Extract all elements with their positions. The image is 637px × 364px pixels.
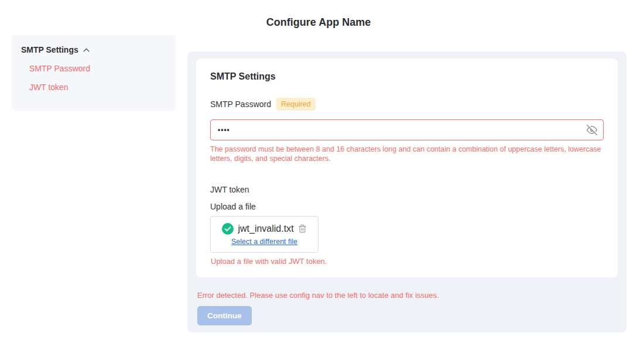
sidebar-item-jwt-token[interactable]: JWT token bbox=[29, 83, 166, 92]
config-panel: SMTP Settings SMTP Password Required The… bbox=[187, 51, 626, 332]
select-different-file-link[interactable]: Select a different file bbox=[231, 238, 297, 246]
check-circle-icon bbox=[222, 223, 234, 235]
page-title: Configure App Name bbox=[0, 16, 637, 29]
card-title: SMTP Settings bbox=[210, 71, 604, 82]
smtp-password-label-row: SMTP Password Required bbox=[210, 98, 604, 111]
smtp-password-input[interactable] bbox=[210, 119, 604, 140]
smtp-password-label: SMTP Password bbox=[210, 99, 271, 109]
footer-error-message: Error detected. Please use config nav to… bbox=[197, 291, 618, 300]
required-badge: Required bbox=[276, 98, 316, 111]
sidebar-group-smtp-settings[interactable]: SMTP Settings bbox=[21, 45, 166, 54]
upload-file-label: Upload a file bbox=[210, 202, 604, 211]
jwt-token-error-message: Upload a file with valid JWT token. bbox=[211, 257, 604, 266]
chevron-up-icon bbox=[83, 46, 90, 54]
smtp-password-error-message: The password must be between 8 and 16 ch… bbox=[210, 145, 604, 163]
trash-icon bbox=[298, 224, 307, 233]
smtp-password-input-wrap bbox=[210, 119, 604, 140]
sidebar-item-smtp-password[interactable]: SMTP Password bbox=[29, 64, 166, 73]
uploaded-file-name: jwt_invalid.txt bbox=[238, 224, 293, 234]
config-nav-sidebar: SMTP Settings SMTP Password JWT token bbox=[12, 35, 176, 111]
uploaded-file-row: jwt_invalid.txt bbox=[215, 223, 313, 235]
configure-app-page: Configure App Name SMTP Settings SMTP Pa… bbox=[0, 0, 637, 364]
eye-off-icon bbox=[587, 125, 597, 135]
smtp-settings-card: SMTP Settings SMTP Password Required The… bbox=[196, 59, 618, 277]
toggle-password-visibility-button[interactable] bbox=[585, 123, 598, 136]
file-upload-box: jwt_invalid.txt Select a different fi bbox=[210, 216, 318, 253]
jwt-token-label: JWT token bbox=[210, 185, 604, 194]
delete-file-button[interactable] bbox=[298, 224, 307, 233]
continue-button[interactable]: Continue bbox=[197, 306, 252, 325]
sidebar-group-label: SMTP Settings bbox=[21, 45, 78, 54]
